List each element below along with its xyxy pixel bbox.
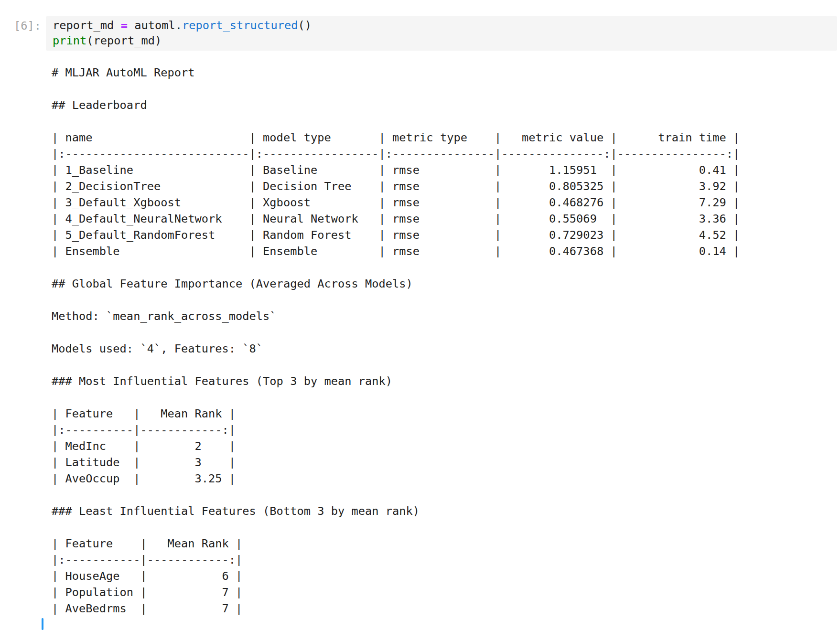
cell-output-text: # MLJAR AutoML Report ## Leaderboard | n… <box>52 64 740 617</box>
code-token-object: automl. <box>128 19 182 32</box>
code-token-print: print <box>53 34 86 47</box>
code-token-variable: report_md <box>53 19 121 32</box>
code-token-function: report_structured <box>182 19 298 32</box>
notebook-cell: [6]: report_md = automl.report_structure… <box>0 0 840 630</box>
code-token-argument: (report_md) <box>86 34 162 47</box>
active-cell-indicator-bar[interactable] <box>42 618 43 630</box>
code-token-parens: () <box>298 19 312 32</box>
code-editor[interactable]: report_md = automl.report_structured() p… <box>53 18 830 48</box>
code-input-area[interactable]: report_md = automl.report_structured() p… <box>46 16 837 51</box>
code-token-operator: = <box>121 19 128 32</box>
execution-count-prompt: [6]: <box>0 18 41 33</box>
